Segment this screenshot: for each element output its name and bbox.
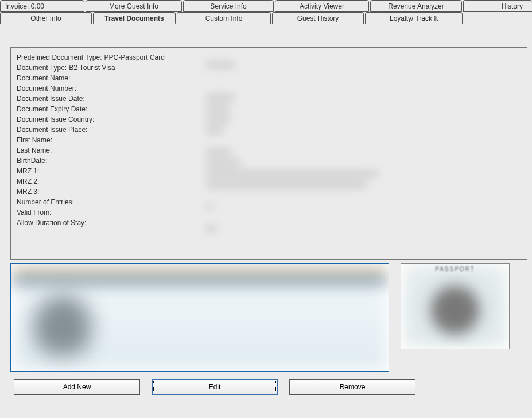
tab-row-2: Other Info Travel Documents Custom Info … <box>0 12 532 24</box>
label-document-number: Document Number: <box>17 84 76 92</box>
preview-row: PASSPORT <box>10 263 527 372</box>
label-mrz2: MRZ 2: <box>17 177 39 185</box>
label-issue-place: Document Issue Place: <box>17 126 87 134</box>
document-scan-thumbnail[interactable]: PASSPORT <box>401 263 510 349</box>
label-mrz1: MRZ 1: <box>17 167 39 175</box>
label-num-entries: Number of Entries: <box>17 198 74 206</box>
photo-region-blur <box>34 295 91 355</box>
label-birthdate: BirthDate: <box>17 157 47 165</box>
redacted-values-column <box>206 62 401 234</box>
tab-more-guest-info[interactable]: More Guest Info <box>86 0 182 12</box>
tab-filler <box>464 12 532 24</box>
edit-button[interactable]: Edit <box>152 379 278 395</box>
label-valid-from: Valid From: <box>17 208 51 216</box>
label-document-name: Document Name: <box>17 74 70 82</box>
tab-revenue-analyzer[interactable]: Revenue Analyzer <box>370 0 462 12</box>
tab-guest-history[interactable]: Guest History <box>272 12 364 24</box>
label-predefined-type: Predefined Document Type: <box>17 53 102 61</box>
tab-activity-viewer[interactable]: Activity Viewer <box>275 0 369 12</box>
add-new-button[interactable]: Add New <box>14 379 140 395</box>
tab-loyalty-track-it[interactable]: Loyalty/ Track It <box>365 12 463 24</box>
tab-history[interactable]: History <box>463 0 532 12</box>
document-scan-large[interactable] <box>10 263 389 372</box>
field-predefined-type: Predefined Document Type: PPC-Passport C… <box>17 52 521 63</box>
label-document-type: Document Type: <box>17 64 67 72</box>
tab-custom-info[interactable]: Custom Info <box>177 12 271 24</box>
thumbnail-caption: PASSPORT <box>401 266 509 272</box>
label-first-name: First Name: <box>17 136 52 144</box>
tab-row-1: Invoice: 0.00 More Guest Info Service In… <box>0 0 532 12</box>
label-mrz3: MRZ 3: <box>17 188 39 196</box>
action-button-row: Add New Edit Remove <box>10 379 527 395</box>
value-document-type: B2-Tourist Visa <box>67 64 115 72</box>
tab-service-info[interactable]: Service Info <box>183 0 274 12</box>
label-issue-country: Document Issue Country: <box>17 115 94 123</box>
tab-other-info[interactable]: Other Info <box>0 12 92 24</box>
label-allow-duration: Allow Duration of Stay: <box>17 219 86 227</box>
content-area: Predefined Document Type: PPC-Passport C… <box>0 24 532 400</box>
tab-invoice[interactable]: Invoice: 0.00 <box>0 0 84 12</box>
thumbnail-image <box>403 266 507 346</box>
label-expiry-date: Document Expiry Date: <box>17 105 87 113</box>
tab-travel-documents[interactable]: Travel Documents <box>93 12 176 24</box>
value-predefined-type: PPC-Passport Card <box>102 53 165 61</box>
label-issue-date: Document Issue Date: <box>17 95 85 103</box>
remove-button[interactable]: Remove <box>289 379 415 395</box>
label-last-name: Last Name: <box>17 146 52 154</box>
document-info-panel: Predefined Document Type: PPC-Passport C… <box>10 47 527 260</box>
